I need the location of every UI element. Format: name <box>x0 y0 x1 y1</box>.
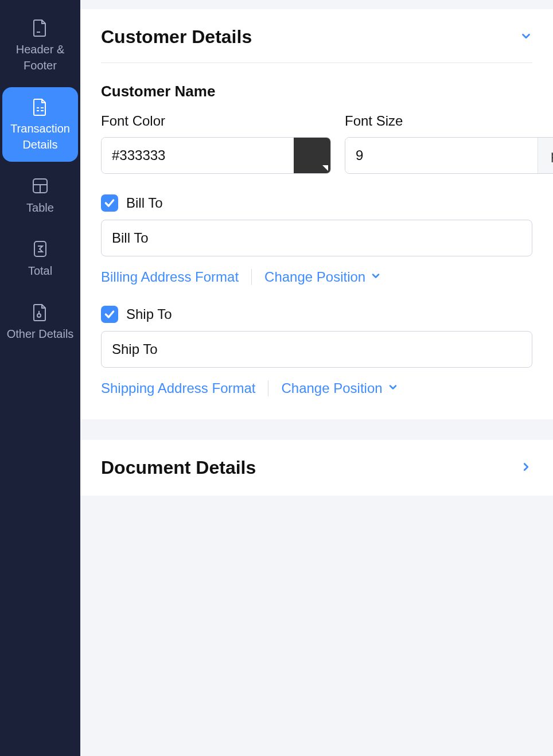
divider <box>101 63 532 63</box>
sidebar-item-total[interactable]: Total <box>2 229 78 288</box>
panel-gap <box>80 496 553 507</box>
sidebar-item-label: Transaction Details <box>6 120 75 153</box>
document-details-panel: Document Details <box>80 440 553 496</box>
chevron-down-icon <box>387 380 399 396</box>
font-size-label: Font Size <box>345 113 553 129</box>
font-size-unit: pt <box>538 138 553 173</box>
font-color-input[interactable] <box>102 138 294 173</box>
document-details-title: Document Details <box>101 457 256 478</box>
sidebar-item-table[interactable]: Table <box>2 166 78 225</box>
chevron-down-icon <box>370 269 381 285</box>
divider <box>268 380 268 396</box>
color-swatch-picker[interactable] <box>294 138 330 173</box>
font-size-input[interactable] <box>345 138 538 173</box>
bill-to-checkbox-label: Bill To <box>126 195 163 211</box>
sidebar-item-label: Table <box>26 200 54 216</box>
main-content: Customer Details Customer Name Font Colo… <box>80 0 553 756</box>
chevron-down-icon <box>520 30 532 45</box>
bill-to-checkbox[interactable] <box>101 194 118 212</box>
sidebar-item-label: Total <box>28 263 52 279</box>
sidebar: Header & Footer Transaction Details Tabl… <box>0 0 80 756</box>
shipping-address-format-link[interactable]: Shipping Address Format <box>101 380 255 396</box>
bill-to-input[interactable] <box>101 220 532 256</box>
divider <box>251 269 252 285</box>
sidebar-item-header-footer[interactable]: Header & Footer <box>2 8 78 83</box>
customer-details-panel: Customer Details Customer Name Font Colo… <box>80 9 553 419</box>
document-details-header[interactable]: Document Details <box>101 457 532 478</box>
sigma-file-icon <box>31 239 49 259</box>
table-icon <box>31 176 49 196</box>
ship-to-input[interactable] <box>101 331 532 368</box>
sidebar-item-other-details[interactable]: Other Details <box>2 293 78 351</box>
ship-to-change-position-link[interactable]: Change Position <box>281 380 398 396</box>
other-file-icon <box>31 302 49 322</box>
ship-to-checkbox-label: Ship To <box>126 306 172 322</box>
chevron-right-icon <box>520 461 532 476</box>
billing-address-format-link[interactable]: Billing Address Format <box>101 269 239 285</box>
font-size-input-group: pt <box>345 137 553 174</box>
font-color-label: Font Color <box>101 113 331 129</box>
page-icon <box>31 17 49 38</box>
bill-to-change-position-link[interactable]: Change Position <box>264 269 381 285</box>
customer-details-header[interactable]: Customer Details <box>101 26 532 48</box>
ship-to-checkbox[interactable] <box>101 306 118 323</box>
customer-name-heading: Customer Name <box>101 83 532 100</box>
sidebar-item-label: Other Details <box>7 326 74 342</box>
font-color-input-group <box>101 137 331 174</box>
sidebar-item-label: Header & Footer <box>6 41 75 73</box>
transaction-file-icon <box>31 96 49 117</box>
sidebar-item-transaction-details[interactable]: Transaction Details <box>2 87 78 162</box>
panel-gap <box>80 419 553 431</box>
svg-point-9 <box>37 314 41 317</box>
customer-details-title: Customer Details <box>101 26 252 48</box>
